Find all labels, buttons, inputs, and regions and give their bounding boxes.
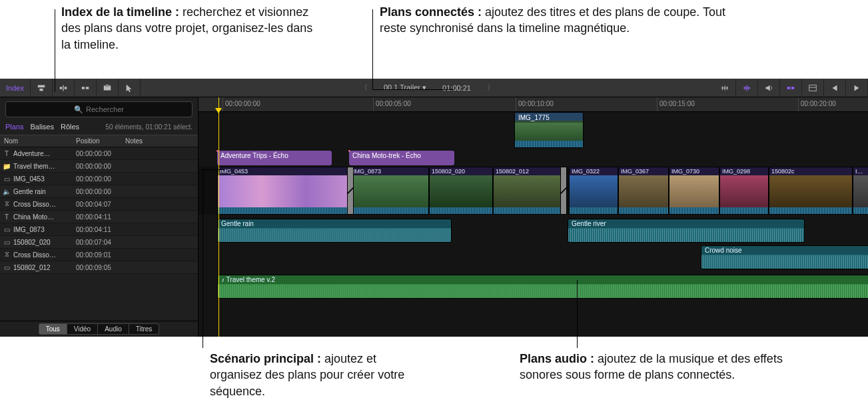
primary-clip[interactable]: I…	[853, 167, 868, 215]
title-clip[interactable]: Adventure Trips - Écho	[217, 151, 332, 165]
select-tool-icon[interactable]	[119, 79, 141, 97]
clip-waveform	[568, 229, 804, 242]
playhead[interactable]	[218, 112, 219, 337]
timeline-ruler[interactable]: 00:00:00:0000:00:05:0000:00:10:0000:00:1…	[199, 97, 868, 112]
clip-waveform	[769, 207, 852, 214]
svg-rect-0	[38, 85, 45, 87]
tab-plans[interactable]: Plans	[5, 123, 24, 131]
primary-clip[interactable]: IMG_0322	[569, 167, 618, 215]
append-clip-icon[interactable]	[75, 79, 97, 97]
row-position: 00:00:09:05	[72, 264, 121, 271]
row-name: Cross Disso…	[13, 251, 72, 259]
row-type-icon: T	[0, 213, 13, 221]
connect-above-icon[interactable]	[31, 79, 53, 97]
table-row[interactable]: TChina Moto…00:00:04:11	[0, 211, 198, 223]
project-title[interactable]: 00.1 Trailer ▾	[384, 83, 426, 92]
solo-icon[interactable]	[758, 79, 780, 97]
filter-titles[interactable]: Titres	[129, 323, 160, 335]
primary-clip[interactable]: IMG_0367	[618, 167, 669, 215]
primary-clip[interactable]: 150802c	[769, 167, 853, 215]
tab-roles[interactable]: Rôles	[61, 123, 79, 131]
cross-dissolve-icon	[561, 167, 566, 214]
primary-clip[interactable]: IMG_0730	[669, 167, 719, 215]
row-name: Adventure…	[13, 150, 72, 157]
table-row[interactable]: ▭150802_02000:00:07:04	[0, 236, 198, 249]
row-position: 00:00:00:00	[72, 150, 121, 157]
next-edit-icon[interactable]: 〉	[487, 83, 494, 93]
clip-waveform	[494, 207, 562, 214]
clip-thumbnail	[351, 175, 428, 207]
svg-rect-8	[787, 87, 790, 89]
audio-skimming-icon[interactable]	[736, 79, 758, 97]
clip-label: IMG_0298	[720, 167, 768, 175]
primary-clip[interactable]: IMG_0873	[350, 167, 429, 215]
table-row[interactable]: 🔈Gentle rain00:00:00:00	[0, 185, 198, 198]
filter-audio[interactable]: Audio	[98, 323, 129, 335]
primary-clip[interactable]: IMG_0298	[719, 167, 769, 215]
timeline-index-panel: 🔍 Rechercher Plans Balises Rôles 50 élém…	[0, 97, 199, 337]
trim-start-icon[interactable]	[824, 79, 846, 97]
row-name: Cross Disso…	[13, 201, 72, 208]
clip-thumbnail	[669, 175, 719, 207]
col-header-name[interactable]: Nom	[0, 135, 72, 147]
insert-clip-icon[interactable]	[53, 79, 75, 97]
clip-label: 150802c	[769, 167, 852, 175]
audio-clip[interactable]: ♪ Travel theme v.2	[217, 275, 868, 299]
filter-video[interactable]: Vidéo	[67, 323, 98, 335]
table-row[interactable]: ⧖Cross Disso…00:00:04:07	[0, 198, 198, 211]
search-icon: 🔍	[74, 105, 83, 114]
clip-label: 150802_012	[494, 167, 562, 175]
primary-clip[interactable]: 150802_020	[429, 167, 493, 215]
callout-audio-plans: Plans audio : ajoutez de la musique et d…	[520, 351, 799, 383]
cross-dissolve[interactable]	[560, 167, 567, 215]
overwrite-clip-icon[interactable]	[97, 79, 119, 97]
primary-storyline[interactable]: IMG_0453IMG_0873150802_020150802_012IMG_…	[199, 167, 868, 215]
ruler-tick: 00:00:20:00	[801, 100, 836, 107]
table-row[interactable]: 📁Travel them…00:00:00:00	[0, 160, 198, 173]
col-header-notes[interactable]: Notes	[121, 135, 198, 147]
row-type-icon: ▭	[0, 239, 13, 246]
index-button[interactable]: Index	[0, 79, 31, 97]
timeline-body[interactable]: IMG_1775 Adventure Trips - ÉchoChina Mot…	[199, 112, 868, 337]
clip-thumbnail	[853, 175, 868, 207]
snapping-icon[interactable]	[780, 79, 802, 97]
skimming-icon[interactable]	[714, 79, 736, 97]
connected-video-clip[interactable]: IMG_1775	[514, 112, 584, 148]
timeline-area[interactable]: 00:00:00:0000:00:05:0000:00:10:0000:00:1…	[199, 97, 868, 337]
table-row[interactable]: ▭IMG_045300:00:00:00	[0, 173, 198, 185]
playhead-marker[interactable]	[218, 97, 219, 112]
row-type-icon: ▭	[0, 226, 13, 233]
table-row[interactable]: ▭IMG_087300:00:04:11	[0, 223, 198, 236]
clip-waveform	[351, 207, 428, 214]
audio-clip[interactable]: Gentle rain	[217, 219, 452, 243]
clip-label: Crowd noise	[701, 246, 868, 255]
title-clip[interactable]: China Moto-trek - Écho	[349, 151, 454, 165]
table-row[interactable]: ▭150802_01200:00:09:05	[0, 261, 198, 274]
filter-all[interactable]: Tous	[39, 323, 67, 335]
table-row[interactable]: TAdventure…00:00:00:00	[0, 147, 198, 160]
prev-edit-icon[interactable]: 〈	[360, 83, 368, 93]
row-name: 150802_020	[13, 239, 72, 246]
index-tabs: Plans Balises Rôles 50 éléments, 01:00:2…	[0, 121, 198, 135]
pointer-line	[203, 169, 203, 348]
row-name: Gentle rain	[13, 188, 72, 195]
search-input[interactable]: 🔍 Rechercher	[5, 101, 193, 117]
pointer-line	[203, 169, 224, 170]
clip-appearance-icon[interactable]	[802, 79, 824, 97]
clip-waveform	[669, 207, 719, 214]
row-type-icon: ⧖	[0, 251, 13, 259]
primary-clip[interactable]: IMG_0453	[217, 167, 350, 215]
col-header-position[interactable]: Position	[72, 135, 121, 147]
clip-waveform	[218, 285, 868, 298]
primary-clip[interactable]: 150802_012	[493, 167, 562, 215]
cross-dissolve[interactable]	[347, 167, 354, 215]
tab-balises[interactable]: Balises	[31, 123, 54, 131]
svg-rect-3	[65, 87, 67, 89]
audio-clip[interactable]: Crowd noise	[701, 245, 868, 269]
row-name: Travel them…	[13, 163, 72, 170]
audio-clip[interactable]: Gentle river	[568, 219, 805, 243]
trim-end-icon[interactable]	[846, 79, 868, 97]
clip-label: IMG_0873	[351, 167, 428, 175]
clip-thumbnail	[430, 175, 492, 207]
table-row[interactable]: ⧖Cross Disso…00:00:09:01	[0, 249, 198, 261]
